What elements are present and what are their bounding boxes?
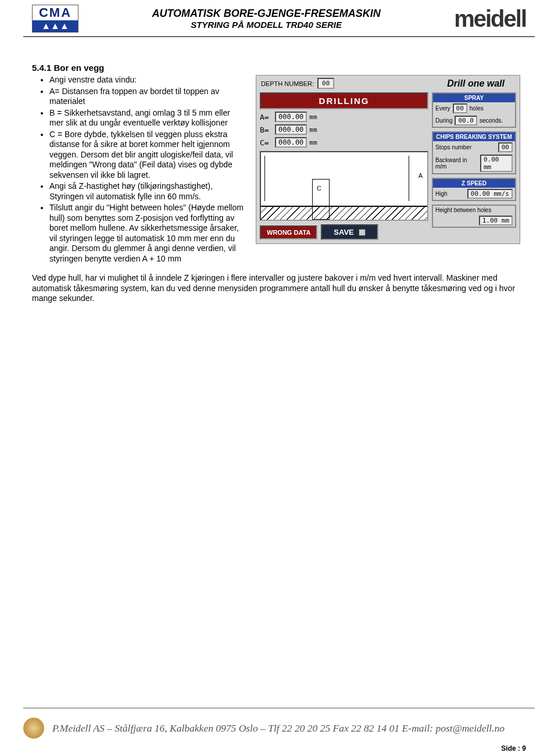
- ui-main-row: DRILLING A= 000.00 mm B= 000.00 mm C: [256, 91, 520, 243]
- footer-logo-icon: [23, 718, 44, 739]
- logo-cma: CMA ▲▲▲: [32, 5, 78, 33]
- height-input[interactable]: 1.00 mm: [479, 216, 513, 225]
- spray-during-input[interactable]: 00.0: [455, 116, 477, 126]
- spray-seconds-label: seconds.: [480, 117, 503, 124]
- a-input[interactable]: 000.00: [275, 112, 307, 122]
- spray-header: SPRAY: [433, 94, 515, 102]
- diagram-label-a: A: [419, 172, 423, 179]
- floppy-icon: [359, 229, 366, 236]
- bullet-item: A= Distansen fra toppen av bordet til to…: [49, 87, 244, 107]
- page-header: CMA ▲▲▲ AUTOMATISK BORE-GJENGE-FRESEMASK…: [0, 0, 558, 36]
- spray-every-input[interactable]: 00: [453, 103, 467, 113]
- spray-every-row: Every 00 holes: [433, 102, 515, 114]
- header-titles: AUTOMATISK BORE-GJENGE-FRESEMASKIN STYRI…: [78, 8, 454, 30]
- bullet-item: B = Sikkerhetsavstand, angi omlag 3 til …: [49, 108, 244, 128]
- chips-panel: CHIPS BREAKING SYSTEM Stops number 00 Ba…: [432, 131, 516, 174]
- footer-address: P.Meidell AS – Stålfjæra 16, Kalbakken 0…: [52, 722, 505, 734]
- buttons-row: WRONG DATA SAVE: [260, 224, 428, 240]
- c-label: C=: [260, 138, 275, 147]
- section-heading: 5.4.1 Bor en vegg: [32, 63, 526, 73]
- stops-label: Stops number: [435, 144, 471, 151]
- b-unit: mm: [309, 126, 317, 134]
- two-column-row: Angi venstre data vindu: A= Distansen fr…: [32, 75, 526, 265]
- zspeed-row: High 00.00 mm/s: [433, 188, 515, 200]
- zspeed-label: High: [435, 191, 448, 197]
- b-label: B=: [260, 126, 275, 134]
- page-number: Side : 9: [501, 744, 526, 753]
- a-label: A=: [260, 113, 275, 121]
- bullet-item: C = Bore dybde, tykkelsen til veggen plu…: [49, 130, 244, 181]
- stops-row: Stops number 00: [433, 141, 515, 153]
- below-paragraph: Ved dype hull, har vi mulighet til å inn…: [32, 273, 526, 304]
- diagram-a-arrow: [409, 156, 413, 201]
- logo-cma-text: CMA: [33, 5, 78, 20]
- diagram-label-c: C: [317, 185, 321, 192]
- content-area: 5.4.1 Bor en vegg Angi venstre data vind…: [0, 37, 558, 304]
- bullet-item: Angi så Z-hastighet høy (tilkjøringshast…: [49, 181, 244, 202]
- header-title-2: STYRING PÅ MODELL TRD40 SERIE: [78, 20, 454, 30]
- zspeed-header: Z SPEED: [433, 179, 515, 188]
- logo-cma-triangles: ▲▲▲: [33, 20, 78, 32]
- bullet-item: Tilslutt angir du "Hight between holes" …: [49, 203, 244, 264]
- a-row: A= 000.00 mm: [260, 112, 428, 122]
- page-footer: P.Meidell AS – Stålfjæra 16, Kalbakken 0…: [23, 718, 535, 739]
- diagram-ground: [261, 206, 427, 220]
- spray-every-label: Every: [435, 105, 450, 112]
- drill-one-wall-title: Drill one wall: [334, 78, 515, 89]
- save-label: SAVE: [334, 228, 353, 237]
- spray-panel: SPRAY Every 00 holes During 00.0 seconds…: [432, 92, 516, 128]
- b-input[interactable]: 000.00: [275, 124, 307, 135]
- drilling-header: DRILLING: [260, 92, 428, 109]
- wrong-data-indicator: WRONG DATA: [260, 225, 317, 239]
- height-label: Height between holes: [435, 207, 491, 213]
- backward-label: Backward in m/m: [435, 157, 478, 170]
- bullet-list: Angi venstre data vindu: A= Distansen fr…: [32, 75, 244, 264]
- ui-panel: DEPTH NUMBER: 00 Drill one wall DRILLING…: [256, 75, 520, 244]
- logo-meidell: meidell: [454, 6, 526, 32]
- spray-holes-label: holes: [470, 105, 484, 112]
- stops-input[interactable]: 00: [498, 142, 513, 152]
- c-row: C= 000.00 mm: [260, 137, 428, 148]
- ui-right-pane: SPRAY Every 00 holes During 00.0 seconds…: [432, 92, 516, 240]
- bullet-item: Angi venstre data vindu:: [49, 75, 244, 85]
- zspeed-panel: Z SPEED High 00.00 mm/s: [432, 178, 516, 201]
- b-row: B= 000.00 mm: [260, 124, 428, 135]
- depth-number-label: DEPTH NUMBER:: [261, 80, 314, 87]
- text-column: Angi venstre data vindu: A= Distansen fr…: [32, 75, 244, 265]
- chips-header: CHIPS BREAKING SYSTEM: [433, 132, 515, 141]
- ui-top-row: DEPTH NUMBER: 00 Drill one wall: [256, 76, 520, 91]
- c-input[interactable]: 000.00: [275, 137, 307, 148]
- screenshot-column: DEPTH NUMBER: 00 Drill one wall DRILLING…: [256, 75, 526, 265]
- backward-input[interactable]: 0.00 mm: [480, 155, 513, 172]
- diagram-b-arrow: [264, 156, 269, 201]
- c-unit: mm: [309, 139, 317, 146]
- footer-divider: [23, 708, 535, 708]
- depth-number-input[interactable]: 00: [317, 78, 334, 89]
- save-button[interactable]: SAVE: [321, 224, 378, 240]
- spray-during-label: During: [435, 117, 452, 124]
- zspeed-input[interactable]: 00.00 mm/s: [467, 189, 513, 199]
- ui-left-pane: DRILLING A= 000.00 mm B= 000.00 mm C: [260, 92, 428, 240]
- a-unit: mm: [309, 113, 317, 121]
- spray-during-row: During 00.0 seconds.: [433, 114, 515, 127]
- height-panel: Height between holes 1.00 mm: [432, 205, 516, 228]
- backward-row: Backward in m/m 0.00 mm: [433, 153, 515, 173]
- drill-diagram: C A: [260, 151, 428, 221]
- header-title-1: AUTOMATISK BORE-GJENGE-FRESEMASKIN: [78, 8, 454, 20]
- height-row: Height between holes 1.00 mm: [433, 206, 515, 227]
